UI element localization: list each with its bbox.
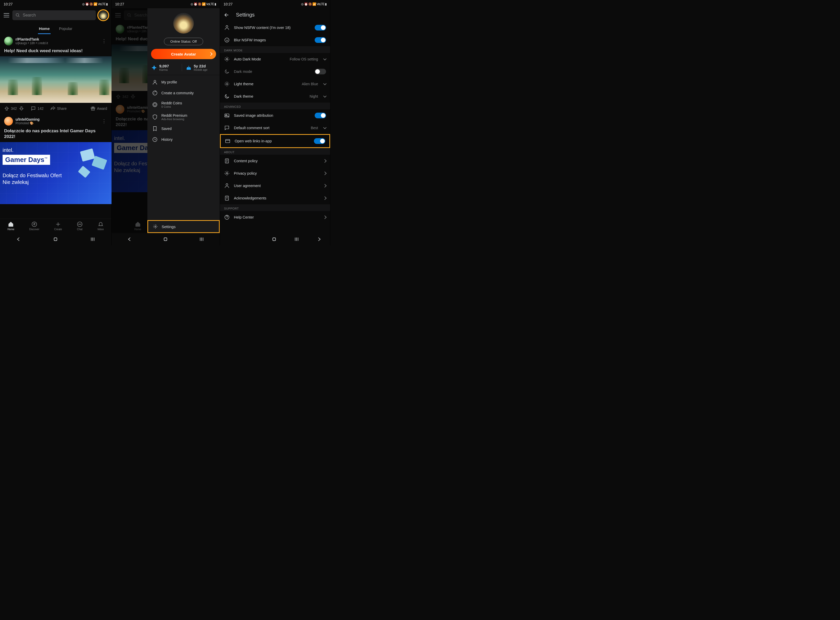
- comments-button[interactable]: 142: [31, 106, 44, 111]
- document-icon: [224, 195, 230, 201]
- nav-create[interactable]: Create: [54, 221, 62, 231]
- svg-point-42: [226, 173, 228, 174]
- back-icon[interactable]: [224, 12, 230, 18]
- setting-content-policy[interactable]: Content policy: [220, 155, 330, 167]
- profile-avatar[interactable]: [99, 11, 108, 20]
- svg-rect-25: [164, 238, 167, 241]
- promoted-user[interactable]: u/IntelGaming: [15, 117, 98, 122]
- reddit-age-stat[interactable]: 5y 22d Reddit age: [182, 64, 216, 71]
- setting-open-links-in-app[interactable]: Open web links in-app: [220, 134, 330, 148]
- promoted-label: Promoted 🎨: [15, 122, 98, 125]
- search-input[interactable]: Search: [12, 11, 96, 20]
- svg-point-19: [154, 80, 156, 82]
- plus-icon: [55, 221, 61, 227]
- forward-key[interactable]: [316, 236, 322, 242]
- drawer-item-history[interactable]: History: [147, 134, 220, 145]
- home-key[interactable]: [52, 236, 58, 242]
- subreddit-avatar[interactable]: [4, 37, 13, 45]
- chevron-down-icon: [323, 126, 327, 129]
- arrow-right-icon: [323, 184, 327, 188]
- post-more-icon[interactable]: ⋮: [101, 118, 107, 124]
- compass-icon: [32, 221, 37, 227]
- upvote-button[interactable]: 342: [4, 106, 17, 111]
- setting-privacy-policy[interactable]: Privacy policy: [220, 167, 330, 179]
- nav-chat[interactable]: Chat: [77, 221, 82, 231]
- setting-dark-mode[interactable]: Dark mode: [220, 65, 330, 78]
- help-icon: [224, 214, 230, 220]
- document-icon: [224, 158, 230, 164]
- status-icons: ◎ ⏰ 🔕 📶 VoLTE ▮: [301, 2, 327, 6]
- online-status-button[interactable]: Online Status: Off: [164, 38, 203, 45]
- setting-default-sort[interactable]: Default comment sort Best: [220, 122, 330, 134]
- downvote-button[interactable]: [19, 106, 24, 111]
- comment-count: 142: [38, 107, 44, 111]
- karma-stat[interactable]: 9,097 Karma: [151, 64, 182, 71]
- post-more-icon[interactable]: ⋮: [101, 38, 107, 44]
- svg-point-5: [32, 222, 37, 226]
- promo-subtitle-2: Nie zwlekaj: [3, 179, 109, 185]
- browser-icon: [225, 138, 231, 144]
- bell-icon: [98, 221, 104, 227]
- setting-blur-nsfw[interactable]: 18 Blur NSFW Images: [220, 34, 330, 46]
- svg-rect-36: [226, 140, 230, 143]
- home-key[interactable]: [271, 236, 277, 242]
- nav-inbox[interactable]: Inbox: [98, 221, 104, 231]
- gear-icon: [224, 56, 230, 62]
- post-card[interactable]: u/IntelGaming Promoted 🎨 ⋮ Dołączcie do …: [0, 114, 111, 142]
- setting-saved-attribution[interactable]: Saved image attribution: [220, 109, 330, 122]
- svg-rect-48: [273, 238, 276, 241]
- toggle-switch[interactable]: [315, 69, 326, 74]
- post-image[interactable]: [0, 56, 116, 103]
- drawer-avatar[interactable]: [173, 13, 194, 33]
- nav-home[interactable]: Home: [8, 221, 15, 231]
- home-key[interactable]: [163, 236, 168, 242]
- toggle-switch[interactable]: [315, 37, 326, 43]
- status-time: 10:27: [115, 2, 124, 6]
- hamburger-icon[interactable]: [4, 13, 9, 17]
- toggle-switch[interactable]: [315, 25, 326, 30]
- reddit-icon: [152, 90, 158, 96]
- subreddit-avatar[interactable]: [4, 117, 13, 126]
- drawer-item-premium[interactable]: Reddit Premium Ads-free browsing: [147, 111, 220, 123]
- search-icon: [15, 13, 20, 18]
- promo-image[interactable]: intel. Gamer Days™ Dołącz do Festiwalu O…: [0, 142, 116, 204]
- svg-point-9: [78, 224, 79, 224]
- setting-dark-theme[interactable]: Dark theme Night: [220, 90, 330, 102]
- recents-key[interactable]: [199, 236, 204, 242]
- post-title: Dołączcie do nas podczas Intel Gamer Day…: [4, 128, 107, 140]
- drawer-settings-button[interactable]: Settings: [147, 220, 220, 233]
- recents-key[interactable]: [294, 236, 300, 242]
- back-key[interactable]: [16, 236, 21, 242]
- nav-discover[interactable]: Discover: [29, 221, 39, 231]
- post-card[interactable]: r/PlantedTank u/jkaugs • 18h • i.redd.it…: [0, 34, 111, 56]
- toggle-switch[interactable]: [315, 113, 326, 118]
- promo-subtitle-1: Dołącz do Festiwalu Ofert: [3, 172, 109, 179]
- svg-point-24: [155, 226, 156, 227]
- share-button[interactable]: Share: [50, 106, 67, 111]
- home-icon: [8, 221, 14, 227]
- setting-acknowledgements[interactable]: Acknowledgements: [220, 192, 330, 204]
- back-key[interactable]: [127, 236, 132, 242]
- status-icons: ◎ ⏰ 🔕 📶 VoLTE ▮: [82, 2, 108, 6]
- drawer-item-profile[interactable]: My profile: [147, 77, 220, 87]
- create-avatar-button[interactable]: Create Avatar: [151, 49, 216, 59]
- setting-help-center[interactable]: Help Center: [220, 211, 330, 223]
- recents-key[interactable]: [90, 236, 96, 242]
- promo-brand: intel.: [3, 147, 109, 153]
- tab-popular[interactable]: Popular: [58, 24, 74, 34]
- status-time: 10:27: [224, 2, 232, 6]
- drawer-scrim[interactable]: [111, 8, 147, 233]
- share-icon: [50, 106, 56, 111]
- drawer-item-saved[interactable]: Saved: [147, 123, 220, 134]
- setting-light-theme[interactable]: Light theme Alien Blue: [220, 78, 330, 90]
- setting-user-agreement[interactable]: User agreement: [220, 179, 330, 192]
- award-button[interactable]: Award: [90, 106, 107, 111]
- tab-home[interactable]: Home: [38, 24, 51, 34]
- drawer-item-community[interactable]: Create a community: [147, 87, 220, 98]
- svg-point-29: [226, 26, 228, 27]
- setting-auto-dark[interactable]: Auto Dark Mode Follow OS setting: [220, 53, 330, 65]
- drawer-item-coins[interactable]: Reddit Coins 0 Coins: [147, 98, 220, 111]
- setting-show-nsfw[interactable]: Show NSFW content (I'm over 18): [220, 21, 330, 34]
- subreddit-name[interactable]: r/PlantedTank: [15, 37, 98, 41]
- toggle-switch[interactable]: [314, 138, 325, 144]
